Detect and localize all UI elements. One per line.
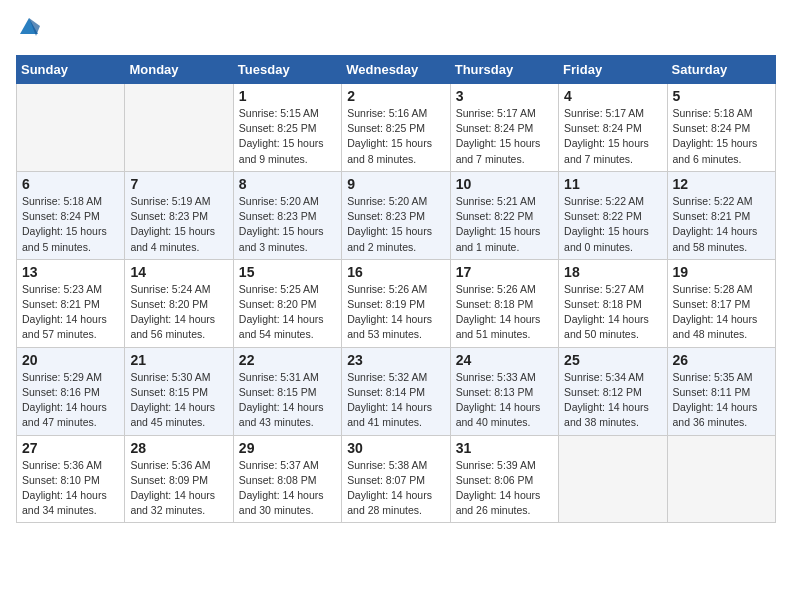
calendar-cell: 11Sunrise: 5:22 AM Sunset: 8:22 PM Dayli… <box>559 171 667 259</box>
calendar-header-row: SundayMondayTuesdayWednesdayThursdayFrid… <box>17 56 776 84</box>
day-number: 7 <box>130 176 227 192</box>
weekday-header: Saturday <box>667 56 775 84</box>
logo <box>16 16 40 43</box>
calendar-cell: 18Sunrise: 5:27 AM Sunset: 8:18 PM Dayli… <box>559 259 667 347</box>
day-number: 15 <box>239 264 336 280</box>
day-number: 17 <box>456 264 553 280</box>
day-detail: Sunrise: 5:20 AM Sunset: 8:23 PM Dayligh… <box>239 194 336 255</box>
calendar-cell: 20Sunrise: 5:29 AM Sunset: 8:16 PM Dayli… <box>17 347 125 435</box>
day-detail: Sunrise: 5:16 AM Sunset: 8:25 PM Dayligh… <box>347 106 444 167</box>
day-detail: Sunrise: 5:38 AM Sunset: 8:07 PM Dayligh… <box>347 458 444 519</box>
day-number: 20 <box>22 352 119 368</box>
calendar-week-row: 6Sunrise: 5:18 AM Sunset: 8:24 PM Daylig… <box>17 171 776 259</box>
day-detail: Sunrise: 5:34 AM Sunset: 8:12 PM Dayligh… <box>564 370 661 431</box>
day-number: 1 <box>239 88 336 104</box>
day-detail: Sunrise: 5:22 AM Sunset: 8:21 PM Dayligh… <box>673 194 770 255</box>
calendar-cell <box>17 84 125 172</box>
day-number: 3 <box>456 88 553 104</box>
day-detail: Sunrise: 5:18 AM Sunset: 8:24 PM Dayligh… <box>22 194 119 255</box>
day-number: 13 <box>22 264 119 280</box>
day-number: 23 <box>347 352 444 368</box>
calendar-cell: 24Sunrise: 5:33 AM Sunset: 8:13 PM Dayli… <box>450 347 558 435</box>
calendar-cell: 23Sunrise: 5:32 AM Sunset: 8:14 PM Dayli… <box>342 347 450 435</box>
weekday-header: Friday <box>559 56 667 84</box>
calendar-cell: 2Sunrise: 5:16 AM Sunset: 8:25 PM Daylig… <box>342 84 450 172</box>
calendar-week-row: 20Sunrise: 5:29 AM Sunset: 8:16 PM Dayli… <box>17 347 776 435</box>
day-number: 25 <box>564 352 661 368</box>
calendar-cell <box>559 435 667 523</box>
day-detail: Sunrise: 5:17 AM Sunset: 8:24 PM Dayligh… <box>564 106 661 167</box>
calendar-cell: 15Sunrise: 5:25 AM Sunset: 8:20 PM Dayli… <box>233 259 341 347</box>
calendar-cell: 10Sunrise: 5:21 AM Sunset: 8:22 PM Dayli… <box>450 171 558 259</box>
day-detail: Sunrise: 5:32 AM Sunset: 8:14 PM Dayligh… <box>347 370 444 431</box>
calendar-cell: 21Sunrise: 5:30 AM Sunset: 8:15 PM Dayli… <box>125 347 233 435</box>
calendar-cell: 7Sunrise: 5:19 AM Sunset: 8:23 PM Daylig… <box>125 171 233 259</box>
weekday-header: Wednesday <box>342 56 450 84</box>
day-number: 9 <box>347 176 444 192</box>
page-header <box>16 16 776 43</box>
calendar-cell: 27Sunrise: 5:36 AM Sunset: 8:10 PM Dayli… <box>17 435 125 523</box>
calendar-week-row: 27Sunrise: 5:36 AM Sunset: 8:10 PM Dayli… <box>17 435 776 523</box>
day-detail: Sunrise: 5:21 AM Sunset: 8:22 PM Dayligh… <box>456 194 553 255</box>
weekday-header: Tuesday <box>233 56 341 84</box>
day-detail: Sunrise: 5:22 AM Sunset: 8:22 PM Dayligh… <box>564 194 661 255</box>
weekday-header: Monday <box>125 56 233 84</box>
calendar-cell: 25Sunrise: 5:34 AM Sunset: 8:12 PM Dayli… <box>559 347 667 435</box>
day-detail: Sunrise: 5:33 AM Sunset: 8:13 PM Dayligh… <box>456 370 553 431</box>
calendar-cell: 22Sunrise: 5:31 AM Sunset: 8:15 PM Dayli… <box>233 347 341 435</box>
day-detail: Sunrise: 5:24 AM Sunset: 8:20 PM Dayligh… <box>130 282 227 343</box>
day-number: 31 <box>456 440 553 456</box>
day-number: 27 <box>22 440 119 456</box>
calendar-cell: 6Sunrise: 5:18 AM Sunset: 8:24 PM Daylig… <box>17 171 125 259</box>
day-number: 6 <box>22 176 119 192</box>
day-detail: Sunrise: 5:35 AM Sunset: 8:11 PM Dayligh… <box>673 370 770 431</box>
day-detail: Sunrise: 5:39 AM Sunset: 8:06 PM Dayligh… <box>456 458 553 519</box>
calendar-cell: 26Sunrise: 5:35 AM Sunset: 8:11 PM Dayli… <box>667 347 775 435</box>
weekday-header: Thursday <box>450 56 558 84</box>
day-number: 22 <box>239 352 336 368</box>
calendar-week-row: 1Sunrise: 5:15 AM Sunset: 8:25 PM Daylig… <box>17 84 776 172</box>
calendar-cell: 31Sunrise: 5:39 AM Sunset: 8:06 PM Dayli… <box>450 435 558 523</box>
day-number: 2 <box>347 88 444 104</box>
calendar-cell: 8Sunrise: 5:20 AM Sunset: 8:23 PM Daylig… <box>233 171 341 259</box>
day-number: 24 <box>456 352 553 368</box>
day-detail: Sunrise: 5:36 AM Sunset: 8:09 PM Dayligh… <box>130 458 227 519</box>
calendar-cell: 3Sunrise: 5:17 AM Sunset: 8:24 PM Daylig… <box>450 84 558 172</box>
day-detail: Sunrise: 5:26 AM Sunset: 8:19 PM Dayligh… <box>347 282 444 343</box>
day-number: 18 <box>564 264 661 280</box>
day-detail: Sunrise: 5:31 AM Sunset: 8:15 PM Dayligh… <box>239 370 336 431</box>
day-detail: Sunrise: 5:27 AM Sunset: 8:18 PM Dayligh… <box>564 282 661 343</box>
weekday-header: Sunday <box>17 56 125 84</box>
day-detail: Sunrise: 5:18 AM Sunset: 8:24 PM Dayligh… <box>673 106 770 167</box>
calendar-cell <box>667 435 775 523</box>
calendar-cell: 28Sunrise: 5:36 AM Sunset: 8:09 PM Dayli… <box>125 435 233 523</box>
day-number: 29 <box>239 440 336 456</box>
day-number: 12 <box>673 176 770 192</box>
day-number: 19 <box>673 264 770 280</box>
calendar-cell: 14Sunrise: 5:24 AM Sunset: 8:20 PM Dayli… <box>125 259 233 347</box>
calendar-cell: 4Sunrise: 5:17 AM Sunset: 8:24 PM Daylig… <box>559 84 667 172</box>
day-number: 30 <box>347 440 444 456</box>
day-number: 8 <box>239 176 336 192</box>
day-detail: Sunrise: 5:17 AM Sunset: 8:24 PM Dayligh… <box>456 106 553 167</box>
day-number: 16 <box>347 264 444 280</box>
calendar-cell: 17Sunrise: 5:26 AM Sunset: 8:18 PM Dayli… <box>450 259 558 347</box>
day-detail: Sunrise: 5:15 AM Sunset: 8:25 PM Dayligh… <box>239 106 336 167</box>
day-detail: Sunrise: 5:37 AM Sunset: 8:08 PM Dayligh… <box>239 458 336 519</box>
calendar-cell: 19Sunrise: 5:28 AM Sunset: 8:17 PM Dayli… <box>667 259 775 347</box>
day-number: 5 <box>673 88 770 104</box>
calendar-cell: 12Sunrise: 5:22 AM Sunset: 8:21 PM Dayli… <box>667 171 775 259</box>
calendar-week-row: 13Sunrise: 5:23 AM Sunset: 8:21 PM Dayli… <box>17 259 776 347</box>
calendar-cell: 30Sunrise: 5:38 AM Sunset: 8:07 PM Dayli… <box>342 435 450 523</box>
logo-text <box>16 16 40 43</box>
calendar-cell: 5Sunrise: 5:18 AM Sunset: 8:24 PM Daylig… <box>667 84 775 172</box>
calendar-table: SundayMondayTuesdayWednesdayThursdayFrid… <box>16 55 776 523</box>
day-detail: Sunrise: 5:23 AM Sunset: 8:21 PM Dayligh… <box>22 282 119 343</box>
calendar-cell: 9Sunrise: 5:20 AM Sunset: 8:23 PM Daylig… <box>342 171 450 259</box>
day-detail: Sunrise: 5:36 AM Sunset: 8:10 PM Dayligh… <box>22 458 119 519</box>
day-detail: Sunrise: 5:26 AM Sunset: 8:18 PM Dayligh… <box>456 282 553 343</box>
day-number: 11 <box>564 176 661 192</box>
day-number: 26 <box>673 352 770 368</box>
day-detail: Sunrise: 5:20 AM Sunset: 8:23 PM Dayligh… <box>347 194 444 255</box>
calendar-cell: 13Sunrise: 5:23 AM Sunset: 8:21 PM Dayli… <box>17 259 125 347</box>
